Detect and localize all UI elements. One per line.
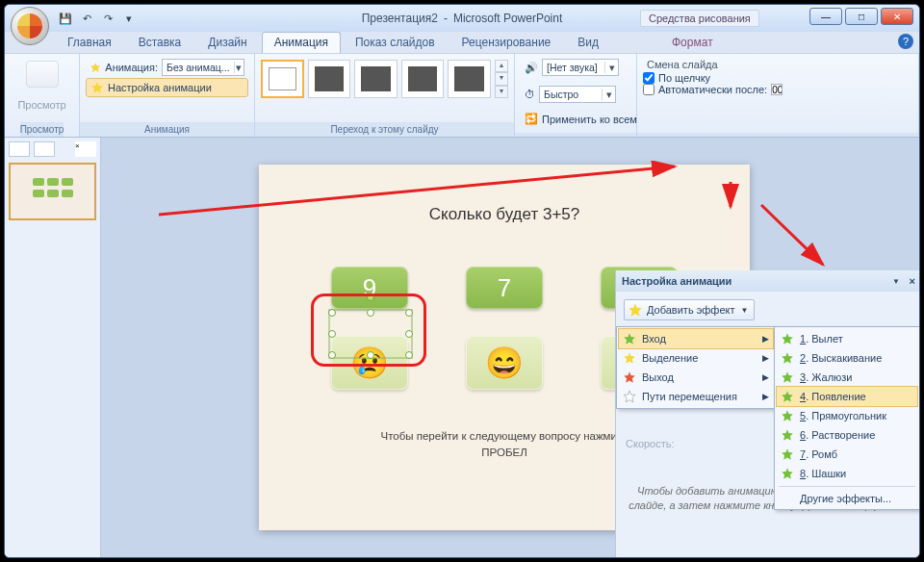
auto-after-time[interactable] bbox=[771, 84, 783, 95]
effect-diamond[interactable]: 7. Ромб bbox=[777, 445, 917, 464]
effect-checkerboard[interactable]: 8. Шашки bbox=[777, 464, 917, 483]
tab-insert[interactable]: Вставка bbox=[126, 32, 194, 53]
window-minimize[interactable]: — bbox=[809, 8, 842, 25]
tab-format[interactable]: Формат bbox=[659, 32, 726, 49]
office-button[interactable] bbox=[11, 7, 49, 45]
tab-slideshow[interactable]: Показ слайдов bbox=[343, 32, 448, 53]
app-title: Microsoft PowerPoint bbox=[453, 12, 562, 25]
add-effect-menu: Вход▶ Выделение▶ Выход▶ Пути перемещения… bbox=[616, 326, 776, 409]
ribbon-group-transition: ▴▾▾ Переход к этому слайду bbox=[255, 54, 515, 137]
transition-3[interactable] bbox=[354, 60, 398, 98]
transition-sound[interactable]: 🔊 [Нет звука]▾ bbox=[521, 57, 630, 78]
animation-combo[interactable]: Анимация: Без анимац...▾ bbox=[86, 57, 248, 78]
ribbon-group-preview: Просмотр Просмотр bbox=[5, 54, 80, 137]
tab-design[interactable]: Дизайн bbox=[195, 32, 259, 53]
entrance-effects-menu: 1. Вылет 2. Выскакивание 3. Жалюзи 4. По… bbox=[774, 326, 920, 510]
tab-animation[interactable]: Анимация bbox=[262, 32, 341, 53]
preview-label: Просмотр bbox=[17, 99, 65, 111]
ribbon-group-advance: Смена слайда По щелчку Автоматически пос… bbox=[637, 54, 919, 137]
tab-view[interactable]: Вид bbox=[565, 32, 611, 53]
annotation-circle bbox=[311, 294, 426, 367]
ribbon-group-transition-opts: 🔊 [Нет звука]▾ ⏱ Быстро▾ 🔁 Применить ко … bbox=[515, 54, 637, 137]
thumb-tab-outline[interactable] bbox=[34, 141, 55, 157]
taskpane-menu[interactable]: ▼ bbox=[892, 277, 900, 286]
animation-task-pane: Настройка анимации ▼ × Добавить эффект ▼… bbox=[615, 270, 919, 557]
window-maximize[interactable]: □ bbox=[845, 8, 878, 25]
auto-after-checkbox[interactable]: Автоматически после: bbox=[643, 84, 912, 95]
menu-exit[interactable]: Выход▶ bbox=[619, 368, 773, 387]
effect-appear[interactable]: 4. Появление bbox=[776, 386, 918, 407]
effect-fly-in[interactable]: 1. Вылет bbox=[777, 329, 917, 348]
transition-speed[interactable]: ⏱ Быстро▾ bbox=[521, 84, 630, 105]
gallery-more[interactable]: ▾ bbox=[495, 86, 508, 98]
add-effect-button[interactable]: Добавить эффект ▼ bbox=[624, 299, 755, 320]
transition-2[interactable] bbox=[308, 60, 351, 98]
transition-4[interactable] bbox=[401, 60, 445, 98]
emoji-happy[interactable]: 😄 bbox=[466, 336, 543, 390]
taskpane-title: Настройка анимации bbox=[622, 275, 732, 287]
thumb-tab-slides[interactable] bbox=[9, 141, 30, 157]
context-tools-label: Средства рисования bbox=[640, 10, 759, 27]
menu-emphasis[interactable]: Выделение▶ bbox=[619, 348, 773, 368]
effect-box[interactable]: 5. Прямоугольник bbox=[777, 406, 917, 425]
gallery-up[interactable]: ▴ bbox=[495, 60, 508, 72]
transition-5[interactable] bbox=[448, 60, 491, 98]
qat-undo[interactable]: ↶ bbox=[78, 10, 95, 27]
more-effects[interactable]: Другие эффекты... bbox=[777, 490, 917, 507]
menu-motion-paths[interactable]: Пути перемещения▶ bbox=[619, 387, 773, 406]
gallery-down[interactable]: ▾ bbox=[495, 72, 508, 85]
slide-title: Сколько будет 3+5? bbox=[259, 205, 750, 224]
window-close[interactable]: ✕ bbox=[881, 8, 913, 25]
taskpane-close[interactable]: × bbox=[910, 275, 915, 287]
doc-title: Презентация2 bbox=[362, 12, 438, 25]
answer-7[interactable]: 7 bbox=[466, 267, 543, 309]
slide-thumbnail-1[interactable] bbox=[9, 163, 96, 220]
apply-to-all[interactable]: 🔁 Применить ко всем bbox=[521, 111, 630, 127]
qat-save[interactable]: 💾 bbox=[57, 10, 74, 27]
ribbon-group-animation: Анимация: Без анимац...▾ Настройка анима… bbox=[80, 54, 255, 137]
effect-blinds[interactable]: 3. Жалюзи bbox=[777, 368, 917, 387]
advance-title: Смена слайда bbox=[643, 57, 912, 72]
tab-home[interactable]: Главная bbox=[55, 32, 124, 53]
qat-customize[interactable]: ▾ bbox=[120, 10, 138, 27]
qat-redo[interactable]: ↷ bbox=[99, 10, 116, 27]
preview-icon[interactable] bbox=[26, 61, 59, 88]
effect-dissolve[interactable]: 6. Растворение bbox=[777, 425, 917, 445]
menu-entrance[interactable]: Вход▶ bbox=[618, 328, 774, 349]
effect-peek-in[interactable]: 2. Выскакивание bbox=[777, 348, 917, 368]
slide-thumbnail-pane: × 1 bbox=[5, 138, 101, 557]
ribbon-tabs: Главная Вставка Дизайн Анимация Показ сл… bbox=[5, 32, 919, 53]
tab-review[interactable]: Рецензирование bbox=[449, 32, 564, 53]
thumb-pane-close[interactable]: × bbox=[75, 141, 96, 157]
custom-animation-button[interactable]: Настройка анимации bbox=[86, 78, 248, 97]
on-click-checkbox[interactable]: По щелчку bbox=[643, 72, 912, 84]
transition-none[interactable] bbox=[261, 60, 304, 98]
